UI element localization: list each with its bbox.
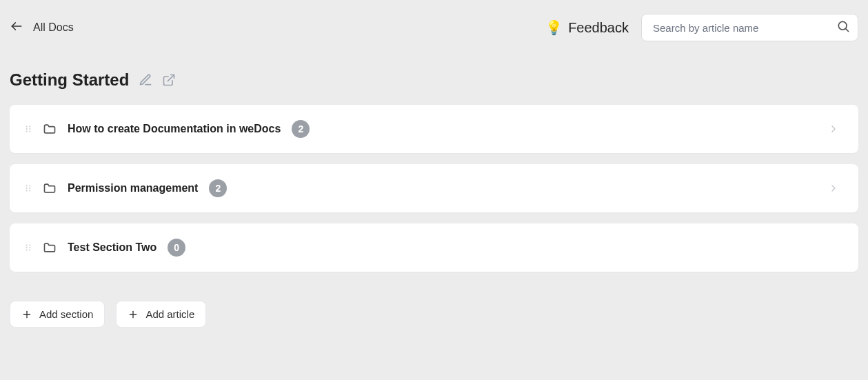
drag-handle-icon[interactable] bbox=[23, 243, 33, 252]
back-label: All Docs bbox=[33, 21, 74, 34]
svg-point-6 bbox=[26, 131, 28, 132]
external-link-icon[interactable] bbox=[162, 73, 176, 87]
add-article-label: Add article bbox=[145, 308, 194, 320]
lightbulb-icon: 💡 bbox=[545, 19, 563, 36]
section-row[interactable]: Permission management2 bbox=[10, 164, 858, 212]
folder-icon bbox=[43, 181, 57, 195]
section-title: How to create Documentation in weDocs bbox=[68, 123, 281, 135]
svg-point-4 bbox=[26, 126, 28, 128]
search-wrap bbox=[641, 14, 858, 41]
arrow-left-icon bbox=[10, 19, 23, 36]
count-badge: 0 bbox=[168, 239, 185, 257]
add-article-button[interactable]: Add article bbox=[116, 301, 206, 328]
svg-point-14 bbox=[29, 188, 30, 189]
section-title: Test Section Two bbox=[68, 241, 157, 254]
section-title: Permission management bbox=[68, 182, 198, 194]
svg-point-7 bbox=[29, 126, 30, 128]
svg-point-10 bbox=[26, 186, 28, 187]
plus-icon bbox=[21, 309, 32, 320]
folder-icon bbox=[43, 122, 57, 136]
svg-point-12 bbox=[26, 190, 28, 192]
svg-line-3 bbox=[168, 75, 174, 81]
count-badge: 2 bbox=[292, 120, 310, 138]
drag-handle-icon[interactable] bbox=[23, 124, 33, 134]
section-row[interactable]: How to create Documentation in weDocs2 bbox=[10, 105, 858, 153]
svg-point-8 bbox=[29, 128, 30, 130]
add-section-button[interactable]: Add section bbox=[10, 301, 105, 328]
chevron-right-icon bbox=[828, 183, 839, 194]
folder-icon bbox=[43, 241, 57, 254]
edit-icon[interactable] bbox=[139, 73, 152, 87]
svg-point-11 bbox=[26, 188, 28, 189]
svg-point-9 bbox=[29, 131, 30, 132]
feedback-label: Feedback bbox=[568, 20, 629, 36]
page-title: Getting Started bbox=[10, 70, 129, 90]
chevron-right-icon bbox=[828, 123, 839, 134]
svg-point-5 bbox=[26, 128, 28, 130]
back-to-all-docs[interactable]: All Docs bbox=[10, 19, 74, 36]
search-input[interactable] bbox=[641, 14, 858, 41]
svg-point-13 bbox=[29, 186, 30, 187]
svg-point-19 bbox=[29, 245, 30, 246]
feedback-link[interactable]: 💡 Feedback bbox=[545, 19, 629, 36]
svg-point-21 bbox=[29, 250, 30, 251]
count-badge: 2 bbox=[209, 179, 227, 197]
add-section-label: Add section bbox=[39, 308, 93, 320]
svg-point-16 bbox=[26, 245, 28, 246]
drag-handle-icon[interactable] bbox=[23, 183, 33, 193]
svg-point-17 bbox=[26, 247, 28, 248]
svg-point-18 bbox=[26, 250, 28, 251]
plus-icon bbox=[128, 309, 139, 320]
svg-point-20 bbox=[29, 247, 30, 248]
section-row[interactable]: Test Section Two0 bbox=[10, 223, 858, 272]
svg-point-15 bbox=[29, 190, 30, 192]
